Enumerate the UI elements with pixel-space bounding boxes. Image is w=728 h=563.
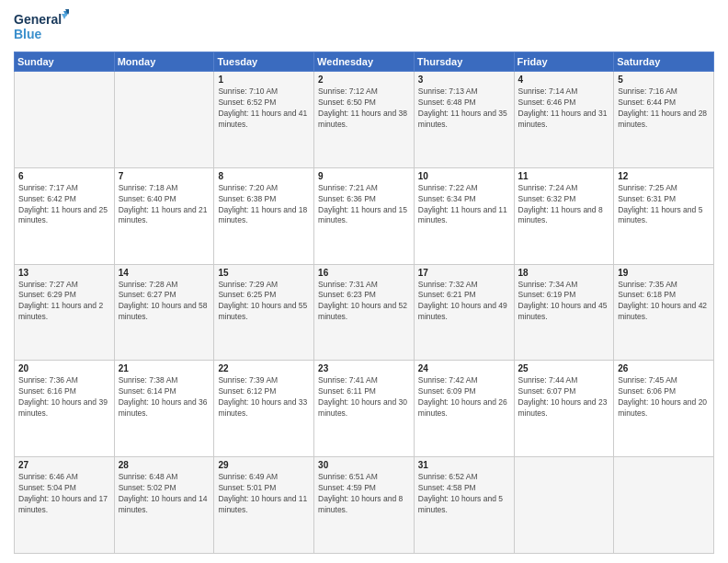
day-number: 30 xyxy=(318,460,410,470)
day-info: Sunrise: 7:22 AM Sunset: 6:34 PM Dayligh… xyxy=(418,183,510,227)
calendar-cell: 25Sunrise: 7:44 AM Sunset: 6:07 PM Dayli… xyxy=(514,361,614,457)
day-number: 21 xyxy=(119,363,210,373)
day-info: Sunrise: 7:13 AM Sunset: 6:48 PM Dayligh… xyxy=(418,86,510,131)
day-number: 14 xyxy=(119,268,210,278)
day-info: Sunrise: 7:21 AM Sunset: 6:36 PM Dayligh… xyxy=(318,183,410,227)
calendar-week-row: 20Sunrise: 7:36 AM Sunset: 6:16 PM Dayli… xyxy=(15,361,714,457)
day-number: 12 xyxy=(618,171,710,181)
calendar-cell: 11Sunrise: 7:24 AM Sunset: 6:32 PM Dayli… xyxy=(514,167,614,264)
day-number: 27 xyxy=(18,460,110,470)
logo: General Blue xyxy=(14,9,69,44)
calendar-cell: 3Sunrise: 7:13 AM Sunset: 6:48 PM Daylig… xyxy=(414,72,514,168)
calendar-cell: 23Sunrise: 7:41 AM Sunset: 6:11 PM Dayli… xyxy=(314,361,415,457)
day-number: 1 xyxy=(218,75,310,85)
calendar-cell: 29Sunrise: 6:49 AM Sunset: 5:01 PM Dayli… xyxy=(214,457,314,554)
calendar-table: SundayMondayTuesdayWednesdayThursdayFrid… xyxy=(14,52,714,554)
calendar-cell: 19Sunrise: 7:35 AM Sunset: 6:18 PM Dayli… xyxy=(614,264,714,361)
day-info: Sunrise: 7:17 AM Sunset: 6:42 PM Dayligh… xyxy=(18,183,110,227)
calendar-cell: 5Sunrise: 7:16 AM Sunset: 6:44 PM Daylig… xyxy=(614,72,714,168)
day-number: 22 xyxy=(218,363,310,373)
day-info: Sunrise: 6:52 AM Sunset: 4:58 PM Dayligh… xyxy=(418,472,510,516)
calendar-cell: 8Sunrise: 7:20 AM Sunset: 6:38 PM Daylig… xyxy=(214,167,314,264)
day-info: Sunrise: 7:45 AM Sunset: 6:06 PM Dayligh… xyxy=(618,375,710,419)
calendar-header-row: SundayMondayTuesdayWednesdayThursdayFrid… xyxy=(15,52,714,72)
day-number: 10 xyxy=(418,171,510,181)
day-info: Sunrise: 6:51 AM Sunset: 4:59 PM Dayligh… xyxy=(318,472,410,516)
calendar-cell: 31Sunrise: 6:52 AM Sunset: 4:58 PM Dayli… xyxy=(414,457,514,554)
day-info: Sunrise: 7:20 AM Sunset: 6:38 PM Dayligh… xyxy=(218,183,310,227)
day-info: Sunrise: 7:42 AM Sunset: 6:09 PM Dayligh… xyxy=(418,375,510,419)
calendar-cell: 14Sunrise: 7:28 AM Sunset: 6:27 PM Dayli… xyxy=(114,264,214,361)
calendar-cell: 20Sunrise: 7:36 AM Sunset: 6:16 PM Dayli… xyxy=(15,361,115,457)
calendar-cell: 12Sunrise: 7:25 AM Sunset: 6:31 PM Dayli… xyxy=(614,167,714,264)
day-info: Sunrise: 7:31 AM Sunset: 6:23 PM Dayligh… xyxy=(318,280,410,324)
calendar-cell: 24Sunrise: 7:42 AM Sunset: 6:09 PM Dayli… xyxy=(414,361,514,457)
day-info: Sunrise: 7:32 AM Sunset: 6:21 PM Dayligh… xyxy=(418,280,510,324)
day-number: 9 xyxy=(318,171,410,181)
calendar-cell: 9Sunrise: 7:21 AM Sunset: 6:36 PM Daylig… xyxy=(314,167,415,264)
day-number: 23 xyxy=(318,363,410,373)
day-number: 19 xyxy=(618,268,710,278)
day-info: Sunrise: 7:29 AM Sunset: 6:25 PM Dayligh… xyxy=(218,280,310,324)
page: General Blue SundayMondayTuesdayWednesda… xyxy=(0,0,728,563)
day-header-saturday: Saturday xyxy=(614,52,714,72)
day-info: Sunrise: 7:25 AM Sunset: 6:31 PM Dayligh… xyxy=(618,183,710,227)
day-number: 31 xyxy=(418,460,510,470)
day-number: 25 xyxy=(518,363,610,373)
calendar-cell: 26Sunrise: 7:45 AM Sunset: 6:06 PM Dayli… xyxy=(614,361,714,457)
calendar-cell: 22Sunrise: 7:39 AM Sunset: 6:12 PM Dayli… xyxy=(214,361,314,457)
day-number: 29 xyxy=(218,460,310,470)
calendar-cell xyxy=(114,72,214,168)
calendar-cell xyxy=(614,457,714,554)
day-number: 28 xyxy=(119,460,210,470)
day-number: 5 xyxy=(618,75,710,85)
day-number: 26 xyxy=(618,363,710,373)
calendar-cell: 15Sunrise: 7:29 AM Sunset: 6:25 PM Dayli… xyxy=(214,264,314,361)
calendar-cell: 6Sunrise: 7:17 AM Sunset: 6:42 PM Daylig… xyxy=(15,167,115,264)
day-number: 24 xyxy=(418,363,510,373)
day-info: Sunrise: 7:12 AM Sunset: 6:50 PM Dayligh… xyxy=(318,86,410,131)
day-info: Sunrise: 7:44 AM Sunset: 6:07 PM Dayligh… xyxy=(518,375,610,419)
calendar-cell xyxy=(514,457,614,554)
calendar-cell: 18Sunrise: 7:34 AM Sunset: 6:19 PM Dayli… xyxy=(514,264,614,361)
day-number: 15 xyxy=(218,268,310,278)
day-info: Sunrise: 7:16 AM Sunset: 6:44 PM Dayligh… xyxy=(618,86,710,131)
day-info: Sunrise: 6:46 AM Sunset: 5:04 PM Dayligh… xyxy=(18,472,110,516)
calendar-cell: 21Sunrise: 7:38 AM Sunset: 6:14 PM Dayli… xyxy=(114,361,214,457)
header: General Blue xyxy=(14,9,714,44)
day-number: 3 xyxy=(418,75,510,85)
day-info: Sunrise: 7:35 AM Sunset: 6:18 PM Dayligh… xyxy=(618,280,710,324)
calendar-cell: 4Sunrise: 7:14 AM Sunset: 6:46 PM Daylig… xyxy=(514,72,614,168)
day-info: Sunrise: 7:10 AM Sunset: 6:52 PM Dayligh… xyxy=(218,86,310,131)
calendar-cell: 27Sunrise: 6:46 AM Sunset: 5:04 PM Dayli… xyxy=(15,457,115,554)
day-number: 7 xyxy=(119,171,210,181)
day-number: 8 xyxy=(218,171,310,181)
svg-text:General: General xyxy=(14,12,62,27)
calendar-cell: 1Sunrise: 7:10 AM Sunset: 6:52 PM Daylig… xyxy=(214,72,314,168)
day-number: 18 xyxy=(518,268,610,278)
logo-svg: General Blue xyxy=(14,9,69,44)
day-info: Sunrise: 7:36 AM Sunset: 6:16 PM Dayligh… xyxy=(18,375,110,419)
calendar-cell: 30Sunrise: 6:51 AM Sunset: 4:59 PM Dayli… xyxy=(314,457,415,554)
day-number: 4 xyxy=(518,75,610,85)
day-number: 13 xyxy=(18,268,110,278)
calendar-cell: 2Sunrise: 7:12 AM Sunset: 6:50 PM Daylig… xyxy=(314,72,415,168)
calendar-cell xyxy=(15,72,115,168)
day-info: Sunrise: 7:39 AM Sunset: 6:12 PM Dayligh… xyxy=(218,375,310,419)
day-number: 6 xyxy=(18,171,110,181)
calendar-week-row: 27Sunrise: 6:46 AM Sunset: 5:04 PM Dayli… xyxy=(15,457,714,554)
calendar-cell: 13Sunrise: 7:27 AM Sunset: 6:29 PM Dayli… xyxy=(15,264,115,361)
svg-text:Blue: Blue xyxy=(14,27,42,41)
day-header-friday: Friday xyxy=(514,52,614,72)
day-info: Sunrise: 7:28 AM Sunset: 6:27 PM Dayligh… xyxy=(119,280,210,324)
day-info: Sunrise: 7:41 AM Sunset: 6:11 PM Dayligh… xyxy=(318,375,410,419)
day-number: 2 xyxy=(318,75,410,85)
calendar-week-row: 6Sunrise: 7:17 AM Sunset: 6:42 PM Daylig… xyxy=(15,167,714,264)
day-info: Sunrise: 7:34 AM Sunset: 6:19 PM Dayligh… xyxy=(518,280,610,324)
day-number: 17 xyxy=(418,268,510,278)
day-header-sunday: Sunday xyxy=(15,52,115,72)
svg-marker-3 xyxy=(62,14,67,19)
day-header-monday: Monday xyxy=(114,52,214,72)
day-header-thursday: Thursday xyxy=(414,52,514,72)
day-info: Sunrise: 7:38 AM Sunset: 6:14 PM Dayligh… xyxy=(119,375,210,419)
